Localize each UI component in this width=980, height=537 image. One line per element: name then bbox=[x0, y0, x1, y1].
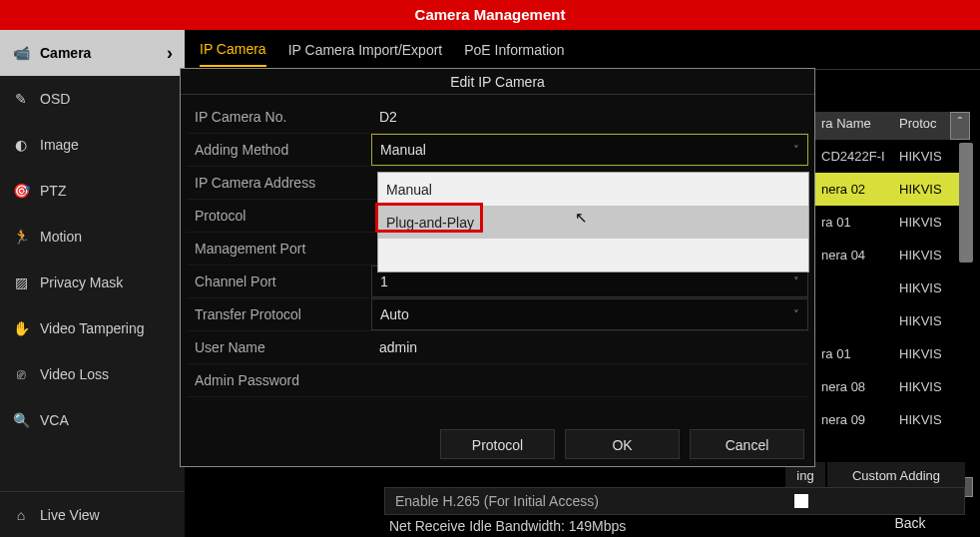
label-channel-port: Channel Port bbox=[187, 273, 371, 289]
sidebar-item-osd[interactable]: ✎ OSD bbox=[0, 76, 185, 122]
table-row[interactable]: ra 01 HIKVIS bbox=[815, 337, 970, 370]
column-camera-name: ra Name bbox=[815, 112, 895, 140]
sidebar-item-label: Image bbox=[40, 137, 79, 153]
table-row[interactable]: ra 01 HIKVIS bbox=[815, 206, 970, 239]
cell-protocol: HIKVIS bbox=[895, 178, 955, 201]
camera-list-table: ra Name Protoc ˆ CD2422F-I HIKVIS nera 0… bbox=[815, 112, 970, 436]
sidebar-item-liveview[interactable]: ⌂ Live View bbox=[0, 491, 185, 537]
cell-name bbox=[815, 284, 895, 292]
osd-icon: ✎ bbox=[12, 90, 30, 108]
ptz-icon: 🎯 bbox=[12, 182, 30, 200]
vertical-scrollbar[interactable] bbox=[959, 143, 973, 263]
label-mgmt-port: Management Port bbox=[187, 241, 371, 257]
tab-import-export[interactable]: IP Camera Import/Export bbox=[288, 34, 443, 66]
cell-name: nera 08 bbox=[815, 375, 895, 398]
adding-method-dropdown: Manual Plug-and-Play bbox=[377, 172, 809, 272]
video-tampering-icon: ✋ bbox=[12, 319, 30, 337]
protocol-button[interactable]: Protocol bbox=[440, 429, 555, 459]
column-protocol: Protoc bbox=[895, 112, 950, 140]
cell-protocol: HIKVIS bbox=[895, 211, 955, 234]
privacy-mask-icon: ▨ bbox=[12, 273, 30, 291]
cell-name: CD2422F-I bbox=[815, 145, 895, 168]
dropdown-option-manual[interactable]: Manual bbox=[378, 173, 808, 206]
bandwidth-text: Net Receive Idle Bandwidth: 149Mbps bbox=[389, 518, 626, 534]
cell-name bbox=[815, 317, 895, 325]
select-transfer-protocol[interactable]: Auto bbox=[371, 298, 808, 330]
sidebar-item-tampering[interactable]: ✋ Video Tampering bbox=[0, 305, 185, 351]
label-transfer-protocol: Transfer Protocol bbox=[187, 306, 371, 322]
cursor-icon: ↖ bbox=[575, 209, 588, 227]
tabs: IP Camera IP Camera Import/Export PoE In… bbox=[185, 30, 980, 70]
back-button[interactable]: Back bbox=[855, 509, 965, 537]
motion-icon: 🏃 bbox=[12, 228, 30, 246]
sidebar-item-label: Live View bbox=[40, 507, 100, 523]
sidebar-item-motion[interactable]: 🏃 Motion bbox=[0, 214, 185, 260]
cell-protocol: HIKVIS bbox=[895, 309, 955, 332]
sidebar-item-label: Camera bbox=[40, 45, 91, 61]
input-username[interactable]: admin bbox=[371, 331, 808, 363]
cell-protocol: HIKVIS bbox=[895, 145, 955, 168]
value-camera-no: D2 bbox=[371, 101, 808, 133]
label-protocol: Protocol bbox=[187, 208, 371, 224]
sidebar-item-vca[interactable]: 🔍 VCA bbox=[0, 397, 185, 443]
dropdown-option-plug-and-play[interactable]: Plug-and-Play bbox=[378, 206, 808, 239]
sidebar-item-privacy[interactable]: ▨ Privacy Mask bbox=[0, 260, 185, 305]
cell-name: ra 01 bbox=[815, 211, 895, 234]
scroll-up-button[interactable]: ˆ bbox=[950, 112, 970, 140]
label-adding-method: Adding Method bbox=[187, 142, 371, 158]
table-row[interactable]: HIKVIS bbox=[815, 271, 970, 304]
video-loss-icon: ⎚ bbox=[12, 365, 30, 383]
select-adding-method[interactable]: Manual bbox=[371, 134, 808, 166]
dropdown-option-blank[interactable] bbox=[378, 239, 808, 271]
enable-h265-checkbox[interactable] bbox=[794, 494, 808, 508]
tab-ip-camera[interactable]: IP Camera bbox=[200, 33, 266, 67]
label-camera-no: IP Camera No. bbox=[187, 109, 371, 125]
table-row[interactable]: nera 09 HIKVIS bbox=[815, 403, 970, 436]
cell-name: nera 02 bbox=[815, 178, 895, 201]
edit-ip-camera-dialog: Edit IP Camera IP Camera No. D2 Adding M… bbox=[180, 68, 815, 467]
tab-poe[interactable]: PoE Information bbox=[464, 34, 564, 66]
custom-adding-button[interactable]: Custom Adding bbox=[827, 462, 965, 489]
sidebar-item-label: Privacy Mask bbox=[40, 274, 123, 290]
table-row[interactable]: nera 08 HIKVIS bbox=[815, 370, 970, 403]
sidebar-item-ptz[interactable]: 🎯 PTZ bbox=[0, 168, 185, 214]
cell-name: nera 09 bbox=[815, 408, 895, 431]
cell-protocol: HIKVIS bbox=[895, 342, 955, 365]
table-row[interactable]: nera 02 HIKVIS bbox=[815, 173, 970, 206]
cell-name: nera 04 bbox=[815, 244, 895, 267]
label-admin-password: Admin Password bbox=[187, 372, 371, 388]
image-icon: ◐ bbox=[12, 136, 30, 154]
enable-h265-label: Enable H.265 (For Initial Access) bbox=[395, 493, 599, 509]
sidebar-item-image[interactable]: ◐ Image bbox=[0, 122, 185, 168]
camera-icon: 📹 bbox=[12, 44, 30, 62]
cell-protocol: HIKVIS bbox=[895, 244, 955, 267]
sidebar-item-label: Video Tampering bbox=[40, 320, 145, 336]
cell-protocol: HIKVIS bbox=[895, 408, 955, 431]
label-username: User Name bbox=[187, 339, 371, 355]
sidebar-item-label: OSD bbox=[40, 91, 70, 107]
table-row[interactable]: nera 04 HIKVIS bbox=[815, 239, 970, 271]
home-icon: ⌂ bbox=[12, 506, 30, 524]
table-row[interactable]: HIKVIS bbox=[815, 304, 970, 337]
page-title: Camera Management bbox=[0, 0, 980, 30]
sidebar-item-camera[interactable]: 📹 Camera bbox=[0, 30, 185, 76]
sidebar: 📹 Camera ✎ OSD ◐ Image 🎯 PTZ 🏃 Motion ▨ … bbox=[0, 30, 185, 537]
cancel-button[interactable]: Cancel bbox=[690, 429, 804, 459]
dialog-title: Edit IP Camera bbox=[181, 69, 814, 95]
cell-protocol: HIKVIS bbox=[895, 375, 955, 398]
ok-button[interactable]: OK bbox=[565, 429, 680, 459]
sidebar-item-videoloss[interactable]: ⎚ Video Loss bbox=[0, 351, 185, 397]
label-camera-address: IP Camera Address bbox=[187, 175, 371, 191]
cell-name: ra 01 bbox=[815, 342, 895, 365]
input-admin-password[interactable] bbox=[371, 364, 808, 396]
sidebar-item-label: Motion bbox=[40, 229, 82, 245]
sidebar-item-label: VCA bbox=[40, 412, 69, 428]
cell-protocol: HIKVIS bbox=[895, 276, 955, 299]
vca-icon: 🔍 bbox=[12, 411, 30, 429]
sidebar-item-label: PTZ bbox=[40, 183, 66, 199]
table-row[interactable]: CD2422F-I HIKVIS bbox=[815, 140, 970, 173]
sidebar-item-label: Video Loss bbox=[40, 366, 109, 382]
